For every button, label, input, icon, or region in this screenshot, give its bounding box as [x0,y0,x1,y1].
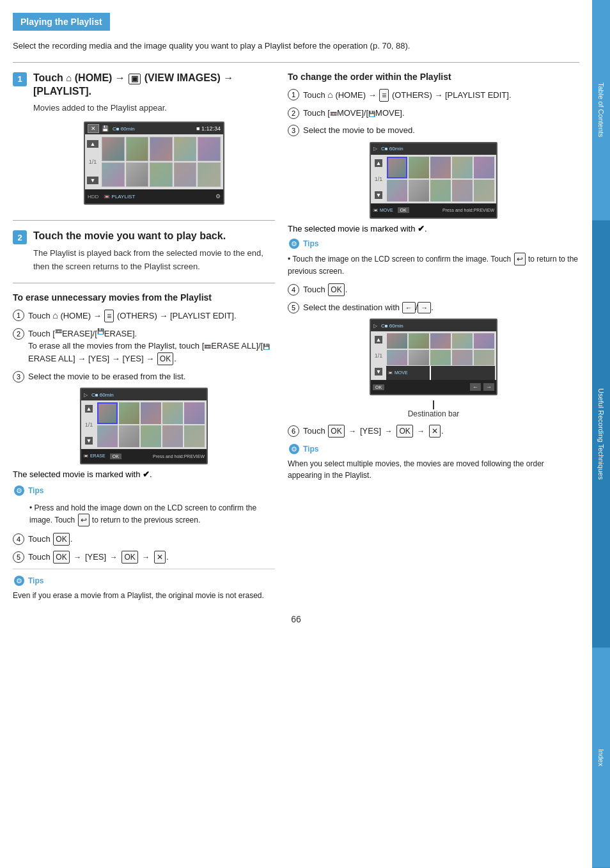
erase-sub2-num: 2 [13,328,24,340]
order-sub3: 3 Select the movie to be moved. [288,124,579,137]
cam-screen-1: ✕ 💾 C■ 60min ■ 1:12:34 ▲ 1/1 ▼ [33,122,275,205]
others-icon: ≡ [104,310,114,322]
page-title: Playing the Playlist [13,13,110,31]
left-column: 1 Touch ⌂ (HOME) → ▣ (VIEW IMAGES) → [PL… [13,72,275,602]
order-sub2: 2 Touch [📼MOVE]/[💾MOVE]. [288,107,579,120]
erase-sub3-num: 3 [13,371,24,383]
order-sub1: 1 Touch ⌂ (HOME) → ≡ (OTHERS) → [PLAYLIS… [288,88,579,102]
tips-gear-icon-2: ⚙ [13,574,26,587]
step-1-num: 1 [13,72,27,86]
tab-useful-recording[interactable]: Useful Recording Techniques [592,221,610,648]
order-marked-text: The selected movie is marked with ✔. [288,224,579,233]
erase-sub3-text: Select the movie to be erased from the l… [28,370,275,383]
erase-sub2: 2 Touch [📼ERASE]/[💾ERASE]. To erase all … [13,327,275,365]
order-heading: To change the order within the Playlist [288,72,579,82]
erase-sub1: 1 Touch ⌂ (HOME) → ≡ (OTHERS) → [PLAYLIS… [13,309,275,322]
intro-text: Select the recording media and the image… [13,40,579,53]
svg-text:⚙: ⚙ [291,445,297,453]
step-1-content: Touch ⌂ (HOME) → ▣ (VIEW IMAGES) → [PLAY… [33,72,275,211]
divider-step2 [13,283,275,283]
cam-screen-dest: ▷ C■ 60min ▲ 1/1 ▼ [288,319,579,395]
step-1-title: Touch ⌂ (HOME) → ▣ (VIEW IMAGES) → [PLAY… [33,72,275,99]
order-step4: 4 Touch OK. [288,283,579,296]
order-step5: 5 Select the destination with ←/→. [288,301,579,314]
order-step6: 6 Touch OK → [YES] → OK → ✕. [288,425,579,438]
svg-text:⚙: ⚙ [16,487,22,494]
step-1-block: 1 Touch ⌂ (HOME) → ▣ (VIEW IMAGES) → [PL… [13,72,275,211]
return-btn: ↩ [78,514,90,526]
erase-section: To erase unnecessary movies from the Pla… [13,292,275,602]
tips-gear-icon-4: ⚙ [288,443,301,455]
step-2-num: 2 [13,230,27,244]
erase-sub2-text: Touch [📼ERASE]/[💾ERASE]. To erase all th… [28,327,275,365]
divider-step1 [13,220,275,221]
tab-table-of-contents[interactable]: Table of Contents [592,0,610,221]
page-number: 66 [13,614,579,624]
right-column: To change the order within the Playlist … [288,72,579,602]
right-tabs: Table of Contents Useful Recording Techn… [592,0,610,868]
step-1-desc: Movies added to the Playlist appear. [33,102,275,115]
view-images-icon: ▣ [129,74,141,85]
step-2-block: 2 Touch the movie you want to play back.… [13,230,275,273]
order-section: To change the order within the Playlist … [288,72,579,482]
erase-tips-block: ⚙ Tips [13,484,275,497]
step-2-title: Touch the movie you want to play back. [33,230,275,243]
order-tips-text: • Touch the image on the LCD screen to c… [288,253,579,277]
dest-bar-label: Destination bar [288,409,579,418]
page-wrapper: Playing the Playlist Select the recordin… [0,0,610,868]
ok-btn-e2: OK [157,352,173,365]
erase-step4: 4 Touch OK. [13,533,275,546]
erase-sub1-text: Touch ⌂ (HOME) → ≡ (OTHERS) → [PLAYLIST … [28,309,275,322]
erase-sub1-num: 1 [13,310,24,321]
cam-close-btn: ✕ [88,124,99,133]
cam-screen-order: ▷ C■ 60min ▲ 1/1 ▼ [288,142,579,219]
step-2-desc: The Playlist is played back from the sel… [33,247,275,274]
order-tips2-text: When you select multiple movies, the mov… [288,458,579,481]
erase-tips-text: • Press and hold the image down on the L… [29,502,275,526]
step-2-content: Touch the movie you want to play back. T… [33,230,275,273]
erase-tips-main-text: Even if you erase a movie from a Playlis… [13,590,275,601]
cam-screen-erase: ▷ C■ 60min ▲ 1/1 ▼ [13,388,275,464]
erase-heading: To erase unnecessary movies from the Pla… [13,292,275,303]
divider-top [13,62,579,63]
main-content: Playing the Playlist Select the recordin… [0,0,592,868]
erase-sub3: 3 Select the movie to be erased from the… [13,370,275,383]
tips-gear-icon: ⚙ [13,484,26,497]
svg-text:⚙: ⚙ [291,240,297,248]
erase-tips-main-block: ⚙ Tips Even if you erase a movie from a … [13,569,275,601]
order-tips2-header: ⚙ Tips [288,443,579,455]
dest-bar-container: Destination bar [288,400,579,418]
tips-gear-icon-3: ⚙ [288,237,301,250]
svg-text:⚙: ⚙ [16,577,22,585]
order-tips-header: ⚙ Tips [288,237,579,250]
tab-index[interactable]: Index [592,648,610,869]
two-col-layout: 1 Touch ⌂ (HOME) → ▣ (VIEW IMAGES) → [PL… [13,72,579,602]
erase-step5: 5 Touch OK → [YES] → OK → ✕. [13,551,275,564]
erase-marked-text: The selected movie is marked with ✔. [13,470,275,479]
